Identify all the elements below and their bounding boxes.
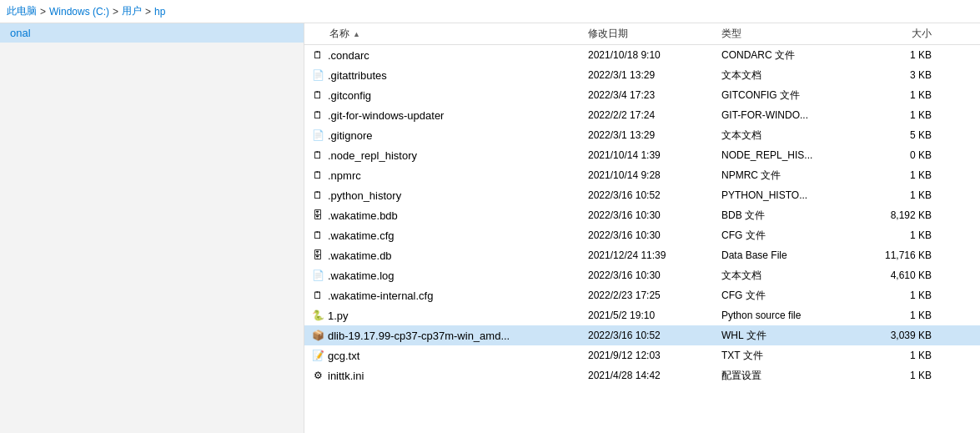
file-name-text: .gitattributes [328,69,387,82]
file-name-text: .wakatime-internal.cfg [328,290,433,302]
table-row[interactable]: 📄 .gitignore 2022/3/1 13:29 文本文档 5 KB [304,125,980,145]
file-name-text: .node_repl_history [328,149,417,162]
breadcrumb-sep-3: > [145,6,151,18]
file-type-cell: Python source file [721,310,855,321]
file-date-cell: 2021/5/2 19:10 [588,310,721,321]
text-icon: 📄 [311,269,324,282]
db-icon: 🗄 [311,209,324,222]
header-col-name[interactable]: 名称 ▲ [304,27,588,41]
generic-icon: 🗒 [311,189,324,202]
file-name-text: gcg.txt [328,350,359,362]
file-name-cell: 📄 .wakatime.log [304,269,588,282]
header-col-type[interactable]: 类型 [721,27,855,41]
table-row[interactable]: 🗒 .gitconfig 2022/3/4 17:23 GITCONFIG 文件… [304,85,980,105]
file-type-cell: 文本文档 [721,68,855,83]
table-row[interactable]: 📄 .gitattributes 2022/3/1 13:29 文本文档 3 K… [304,65,980,85]
file-type-cell: GIT-FOR-WINDO... [721,109,855,121]
file-date-cell: 2022/2/2 17:24 [588,109,721,121]
file-type-cell: GITCONFIG 文件 [721,88,855,103]
table-row[interactable]: 📄 .wakatime.log 2022/3/16 10:30 文本文档 4,6… [304,265,980,285]
file-name-cell: 🗒 .wakatime-internal.cfg [304,289,588,302]
file-size-cell: 4,610 KB [855,269,938,281]
file-name-text: inittk.ini [328,370,364,382]
generic-icon: 🗒 [311,289,324,302]
table-row[interactable]: 📝 gcg.txt 2021/9/12 12:03 TXT 文件 1 KB [304,345,980,365]
header-col-size[interactable]: 大小 [855,27,938,41]
file-type-cell: 配置设置 [721,369,855,383]
generic-icon: 🗒 [311,108,324,122]
file-type-cell: CFG 文件 [721,289,855,303]
db-icon: 🗄 [311,249,324,262]
file-date-cell: 2021/10/18 9:10 [588,49,721,61]
file-list-area: 名称 ▲ 修改日期 类型 大小 🗒 .condarc 2021/10/18 9:… [304,23,980,433]
file-name-cell: 📝 gcg.txt [304,349,588,362]
file-size-cell: 3,039 KB [855,330,938,341]
table-row[interactable]: 🗒 .git-for-windows-updater 2022/2/2 17:2… [304,105,980,125]
file-type-cell: TXT 文件 [721,349,855,363]
file-size-cell: 1 KB [855,49,938,61]
sidebar-item-onal[interactable]: onal [0,23,304,43]
text-icon: 📄 [311,128,324,142]
file-name-text: .wakatime.bdb [328,209,398,222]
sidebar: onal [0,23,304,433]
file-name-cell: 🗒 .python_history [304,189,588,202]
file-date-cell: 2021/9/12 12:03 [588,350,721,361]
table-row[interactable]: 🗒 .wakatime-internal.cfg 2022/2/23 17:25… [304,285,980,305]
file-date-cell: 2021/10/14 1:39 [588,149,721,161]
file-size-cell: 1 KB [855,350,938,361]
table-row[interactable]: 🗒 .wakatime.cfg 2022/3/16 10:30 CFG 文件 1… [304,225,980,245]
file-name-text: .condarc [328,49,369,62]
file-name-text: .git-for-windows-updater [328,109,444,122]
table-row[interactable]: 🗒 .npmrc 2021/10/14 9:28 NPMRC 文件 1 KB [304,165,980,185]
file-name-cell: 🗄 .wakatime.db [304,249,588,262]
table-row[interactable]: 🗄 .wakatime.db 2021/12/24 11:39 Data Bas… [304,245,980,265]
file-date-cell: 2022/3/1 13:29 [588,129,721,141]
file-name-cell: 📄 .gitattributes [304,68,588,82]
table-row[interactable]: 🗒 .node_repl_history 2021/10/14 1:39 NOD… [304,145,980,165]
file-name-cell: 🗄 .wakatime.bdb [304,209,588,222]
breadcrumb-sep-2: > [113,6,118,18]
file-date-cell: 2022/2/23 17:25 [588,290,721,301]
breadcrumb-sep-1: > [40,6,46,18]
file-name-cell: 🗒 .gitconfig [304,88,588,102]
file-date-cell: 2022/3/4 17:23 [588,89,721,101]
file-date-cell: 2022/3/16 10:30 [588,269,721,281]
file-size-cell: 11,716 KB [855,249,938,261]
table-row[interactable]: ⚙ inittk.ini 2021/4/28 14:42 配置设置 1 KB [304,365,980,385]
file-date-cell: 2021/10/14 9:28 [588,169,721,181]
breadcrumb-item-users[interactable]: 用户 [122,4,142,18]
breadcrumb: 此电脑 > Windows (C:) > 用户 > hp [0,0,980,23]
file-type-cell: 文本文档 [721,128,855,143]
file-size-cell: 3 KB [855,69,938,81]
breadcrumb-item-pc[interactable]: 此电脑 [7,4,37,18]
file-name-text: .wakatime.cfg [328,229,394,242]
file-name-text: .npmrc [328,169,361,182]
file-date-cell: 2022/3/16 10:30 [588,209,721,221]
table-row[interactable]: 🐍 1.py 2021/5/2 19:10 Python source file… [304,305,980,325]
file-name-text: .wakatime.log [328,269,394,282]
txt-icon: 📝 [311,349,324,362]
generic-icon: 🗒 [311,88,324,102]
file-type-cell: CFG 文件 [721,229,855,243]
file-rows-container: 🗒 .condarc 2021/10/18 9:10 CONDARC 文件 1 … [304,45,980,385]
table-row[interactable]: 🗒 .condarc 2021/10/18 9:10 CONDARC 文件 1 … [304,45,980,65]
table-row[interactable]: 📦 dlib-19.17.99-cp37-cp37m-win_amd... 20… [304,325,980,345]
table-row[interactable]: 🗒 .python_history 2022/3/16 10:52 PYTHON… [304,185,980,205]
file-name-text: 1.py [328,310,349,322]
file-type-cell: BDB 文件 [721,209,855,223]
file-name-cell: 📄 .gitignore [304,128,588,142]
file-size-cell: 1 KB [855,370,938,381]
content-area: onal 名称 ▲ 修改日期 类型 大小 🗒 .condarc 2021/10/… [0,23,980,433]
file-name-text: .gitignore [328,129,372,142]
file-date-cell: 2022/3/16 10:52 [588,189,721,201]
table-row[interactable]: 🗄 .wakatime.bdb 2022/3/16 10:30 BDB 文件 8… [304,205,980,225]
file-type-cell: Data Base File [721,249,855,261]
generic-icon: 🗒 [311,169,324,182]
generic-icon: 🗒 [311,229,324,242]
file-size-cell: 5 KB [855,129,938,141]
header-col-date[interactable]: 修改日期 [588,27,721,41]
breadcrumb-item-c[interactable]: Windows (C:) [49,6,109,18]
file-size-cell: 1 KB [855,189,938,201]
breadcrumb-item-hp[interactable]: hp [154,6,165,18]
file-size-cell: 8,192 KB [855,209,938,221]
